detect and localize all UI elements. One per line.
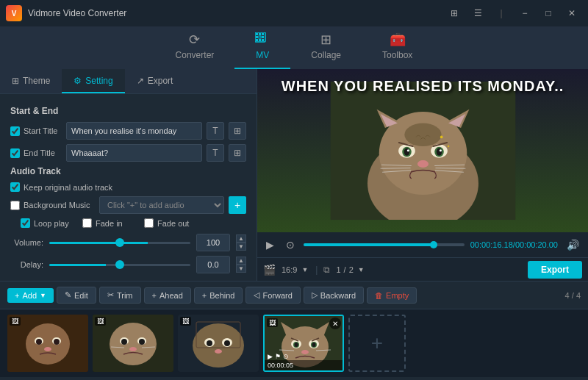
page-dropdown-btn[interactable]: ▼	[356, 266, 366, 273]
svg-point-20	[404, 148, 409, 155]
tab-converter[interactable]: ⟳ Converter	[155, 26, 235, 69]
export-button[interactable]: Export	[528, 261, 582, 279]
clip4-close-btn[interactable]: ✕	[329, 318, 341, 329]
behind-button[interactable]: + Behind	[194, 287, 243, 304]
clip4-time: 00:00:05	[268, 362, 293, 369]
left-panel: ⊞ Theme ⚙ Setting ↗ Export Start & End S…	[0, 69, 257, 281]
tab-collage[interactable]: ⊞ Collage	[290, 26, 362, 69]
tab-mv[interactable]: MV	[234, 26, 290, 69]
forward-button[interactable]: ◁ Forward	[245, 287, 300, 304]
bg-music-checkbox[interactable]	[10, 201, 20, 210]
end-title-checkbox-label[interactable]: End Title	[10, 148, 62, 158]
page-current: 1	[336, 265, 340, 274]
setting-gear-icon: ⚙	[74, 76, 82, 86]
loop-play-checkbox[interactable]	[21, 218, 30, 228]
divider: |	[315, 265, 318, 275]
svg-rect-5	[259, 36, 261, 38]
svg-point-21	[406, 149, 409, 151]
svg-rect-2	[259, 33, 261, 35]
volume-row: Volume: ▲ ▼	[10, 234, 246, 251]
delay-up-btn[interactable]: ▲	[236, 257, 246, 265]
edit-button[interactable]: ✎ Edit	[57, 287, 96, 304]
section-start-end: Start & End	[10, 106, 246, 116]
behind-label: Behind	[209, 291, 234, 300]
bg-music-select[interactable]: Click "+" to add audio	[99, 196, 224, 214]
add-button[interactable]: + Add ▼	[7, 288, 54, 303]
film-clip-2[interactable]: 🖼	[93, 315, 173, 372]
section-audio: Audio Track	[10, 166, 246, 176]
aspect-dropdown-btn[interactable]: ▼	[300, 266, 309, 273]
volume-down-btn[interactable]: ▼	[236, 243, 246, 251]
volume-btn[interactable]: 🔊	[564, 237, 582, 252]
export-icon: ↗	[137, 76, 144, 86]
keep-audio-row: Keep original audio track	[10, 182, 246, 192]
end-title-grid-btn[interactable]: ⊞	[229, 144, 246, 162]
ahead-button[interactable]: + Ahead	[144, 287, 191, 304]
volume-input[interactable]	[197, 234, 229, 251]
svg-rect-4	[256, 36, 258, 38]
subtab-setting[interactable]: ⚙ Setting	[62, 69, 124, 93]
end-title-checkbox[interactable]	[10, 148, 20, 158]
svg-point-59	[224, 340, 230, 346]
start-title-checkbox-label[interactable]: Start Title	[10, 126, 62, 136]
fade-out-checkbox[interactable]	[144, 218, 154, 228]
delay-input[interactable]	[197, 257, 229, 273]
add-more-clip-btn[interactable]: +	[348, 315, 406, 372]
film-clip-4[interactable]: 🖼 00:00:05 ✕ ▶ ⚑ ⊙	[263, 315, 344, 372]
empty-button[interactable]: 🗑 Empty	[367, 287, 417, 304]
play-btn[interactable]: ▶	[263, 237, 277, 252]
loop-play-label[interactable]: Loop play	[21, 218, 72, 228]
trim-button[interactable]: ✂ Trim	[99, 287, 141, 304]
delay-slider[interactable]	[49, 264, 190, 266]
sub-tabs: ⊞ Theme ⚙ Setting ↗ Export	[0, 69, 257, 94]
end-title-font-btn[interactable]: T	[207, 144, 224, 162]
add-audio-btn[interactable]: +	[229, 196, 246, 214]
backward-button[interactable]: ▷ Backward	[304, 287, 364, 304]
backward-icon: ▷	[312, 290, 318, 300]
fade-in-checkbox[interactable]	[82, 218, 92, 228]
mv-icon	[255, 32, 270, 48]
bg-music-checkbox-label[interactable]: Background Music	[10, 201, 95, 210]
close-btn[interactable]: ✕	[562, 5, 582, 21]
start-title-input[interactable]	[66, 122, 202, 140]
video-preview: WHEN YOU REALISED ITS MONDAY..	[257, 69, 588, 232]
film-icon: 🎬	[263, 264, 276, 276]
start-title-font-btn[interactable]: T	[207, 122, 224, 140]
svg-point-24	[436, 148, 442, 155]
keep-audio-checkbox[interactable]	[10, 182, 20, 192]
chat-icon-btn[interactable]: ⊞	[444, 5, 465, 21]
add-plus-icon: +	[15, 291, 19, 300]
app-logo: V	[6, 5, 22, 21]
volume-slider[interactable]	[49, 242, 190, 244]
converter-icon: ⟳	[189, 32, 200, 48]
maximize-btn[interactable]: □	[538, 5, 559, 21]
svg-point-45	[110, 323, 157, 365]
edit-icon: ✎	[65, 290, 71, 300]
keep-audio-checkbox-label[interactable]: Keep original audio track	[10, 182, 112, 192]
backward-label: Backward	[320, 291, 356, 300]
end-title-input[interactable]	[66, 144, 202, 162]
ahead-icon: +	[152, 291, 157, 300]
stop-btn[interactable]: ⊙	[283, 237, 298, 252]
svg-point-25	[439, 149, 441, 151]
fade-out-label[interactable]: Fade out	[144, 218, 196, 228]
aspect-ratio-wrap: 16:9 ▼	[282, 265, 309, 274]
film-clip-3[interactable]: 🖼	[178, 315, 259, 372]
tab-toolbox[interactable]: 🧰 Toolbox	[362, 26, 433, 69]
delay-input-wrap	[196, 256, 230, 273]
clip1-badge: 🖼	[10, 317, 21, 326]
start-title-grid-btn[interactable]: ⊞	[229, 122, 246, 140]
subtab-export[interactable]: ↗ Export	[125, 69, 185, 93]
volume-up-btn[interactable]: ▲	[236, 234, 246, 243]
copy-icon: ⧉	[323, 265, 330, 275]
delay-down-btn[interactable]: ▼	[236, 265, 246, 273]
menu-btn[interactable]: ☰	[467, 5, 488, 21]
minimize-btn[interactable]: −	[514, 5, 535, 21]
progress-bar[interactable]	[304, 243, 465, 246]
volume-label: Volume:	[10, 238, 43, 247]
film-clip-1[interactable]: 🖼	[7, 315, 88, 372]
subtab-theme[interactable]: ⊞ Theme	[0, 69, 62, 93]
fade-in-label[interactable]: Fade in	[82, 218, 134, 228]
start-title-checkbox[interactable]	[10, 126, 20, 136]
right-panel: WHEN YOU REALISED ITS MONDAY..	[257, 69, 588, 281]
